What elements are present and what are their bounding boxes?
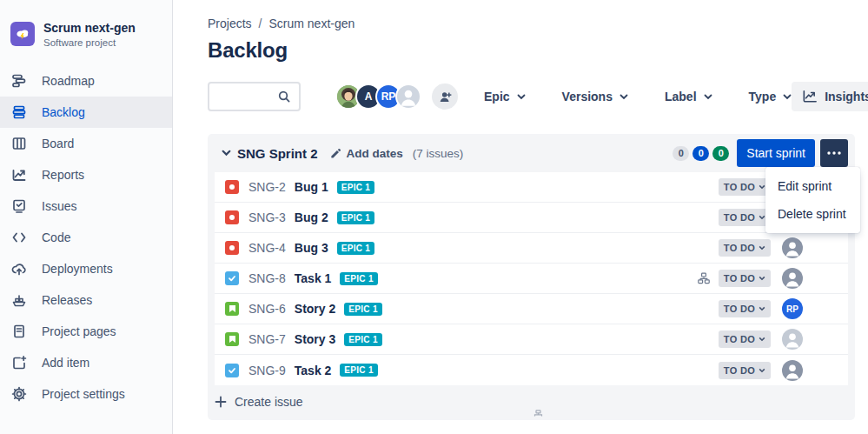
insights-button[interactable]: Insights — [792, 82, 868, 111]
add-dates-button[interactable]: Add dates — [330, 147, 403, 160]
assignee-avatar[interactable] — [782, 268, 803, 289]
issue-title[interactable]: Task 1 — [295, 271, 332, 285]
in-progress-count-badge: 0 — [692, 146, 709, 161]
sidebar-item-label: Roadmap — [42, 74, 95, 88]
issue-key: SNG-4 — [248, 241, 286, 255]
filter-type[interactable]: Type — [749, 90, 792, 103]
status-dropdown[interactable]: TO DO — [719, 270, 771, 287]
search-icon — [277, 90, 291, 103]
issue-row-sng-8[interactable]: SNG-8 Task 1 EPIC 1 TO DO — [215, 264, 848, 294]
status-dropdown[interactable]: TO DO — [719, 331, 771, 348]
project-sidebar: Scrum next-gen Software project Roadmap — [0, 0, 173, 434]
task-icon — [225, 271, 239, 285]
issue-row-sng-6[interactable]: SNG-6 Story 2 EPIC 1 TO DO RP — [215, 294, 848, 324]
epic-badge[interactable]: EPIC 1 — [337, 211, 374, 224]
start-sprint-button[interactable]: Start sprint — [737, 139, 815, 167]
add-item-icon — [10, 354, 28, 371]
chevron-down-icon — [759, 368, 765, 373]
menu-item-delete-sprint[interactable]: Delete sprint — [765, 200, 860, 228]
pencil-icon — [330, 148, 341, 159]
issue-key: SNG-6 — [248, 302, 286, 316]
sprint-collapse-button[interactable] — [216, 144, 235, 163]
bug-icon — [225, 241, 239, 255]
chevron-down-icon — [517, 94, 526, 100]
breadcrumb-projects-link[interactable]: Projects — [208, 17, 252, 30]
issue-title[interactable]: Bug 1 — [295, 180, 328, 194]
sidebar-item-releases[interactable]: Releases — [0, 284, 172, 316]
issue-row-sng-9[interactable]: SNG-9 Task 2 EPIC 1 TO DO — [215, 355, 848, 385]
sidebar-item-label: Board — [42, 137, 74, 150]
sprint-context-menu: Edit sprint Delete sprint — [765, 167, 860, 233]
issue-row-sng-3[interactable]: SNG-3 Bug 2 EPIC 1 TO DO — [215, 203, 848, 233]
issue-title[interactable]: Task 2 — [295, 364, 332, 377]
chevron-down-icon — [759, 337, 765, 342]
done-count-badge: 0 — [712, 146, 729, 161]
search-input[interactable] — [209, 90, 277, 103]
epic-badge[interactable]: EPIC 1 — [337, 181, 374, 194]
sidebar-item-board[interactable]: Board — [0, 128, 172, 159]
sidebar-item-reports[interactable]: Reports — [0, 159, 172, 190]
status-dropdown[interactable]: TO DO — [719, 239, 771, 257]
epic-badge[interactable]: EPIC 1 — [337, 242, 374, 255]
issue-key: SNG-2 — [248, 180, 286, 194]
status-dropdown[interactable]: TO DO — [719, 209, 771, 226]
issue-title[interactable]: Story 2 — [295, 302, 335, 316]
sidebar-item-label: Code — [42, 230, 70, 244]
filter-label[interactable]: Label — [665, 90, 712, 103]
issue-key: SNG-3 — [248, 210, 286, 224]
chevron-down-icon — [759, 245, 765, 250]
issue-title[interactable]: Story 3 — [295, 332, 335, 346]
avatar-unassigned[interactable] — [395, 83, 421, 110]
sidebar-item-project-pages[interactable]: Project pages — [0, 316, 172, 347]
assignee-avatar[interactable] — [782, 329, 803, 350]
issue-row-sng-2[interactable]: SNG-2 Bug 1 EPIC 1 TO DO — [215, 172, 848, 203]
create-issue-button[interactable]: Create issue — [208, 385, 855, 420]
status-dropdown[interactable]: TO DO — [719, 178, 771, 196]
deployments-icon — [10, 260, 28, 277]
issue-row-sng-4[interactable]: SNG-4 Bug 3 EPIC 1 TO DO — [215, 233, 848, 264]
sidebar-item-add-item[interactable]: Add item — [0, 347, 172, 378]
sprint-panel: SNG Sprint 2 Add dates (7 issues) 0 0 0 … — [208, 134, 855, 420]
sidebar-item-label: Add item — [42, 356, 89, 370]
sidebar-item-label: Reports — [42, 168, 84, 182]
epic-badge[interactable]: EPIC 1 — [344, 333, 381, 346]
sidebar-item-label: Deployments — [42, 262, 113, 276]
sidebar-item-code[interactable]: Code — [0, 222, 172, 253]
assignee-avatar[interactable] — [782, 237, 803, 258]
epic-badge[interactable]: EPIC 1 — [340, 364, 377, 377]
breadcrumb-project-link[interactable]: Scrum next-gen — [268, 17, 354, 30]
sidebar-item-deployments[interactable]: Deployments — [0, 253, 172, 284]
project-name: Scrum next-gen — [43, 21, 136, 36]
epic-badge[interactable]: EPIC 1 — [344, 303, 381, 316]
reports-icon — [10, 166, 28, 184]
sidebar-nav: Roadmap Backlog Board — [0, 65, 172, 410]
search-box[interactable] — [208, 82, 301, 111]
roadmap-icon — [10, 72, 28, 90]
sidebar-item-roadmap[interactable]: Roadmap — [0, 65, 172, 97]
assignee-avatar[interactable] — [782, 360, 803, 381]
menu-item-edit-sprint[interactable]: Edit sprint — [765, 172, 860, 200]
chevron-down-icon — [759, 276, 765, 281]
status-dropdown[interactable]: TO DO — [719, 362, 771, 379]
assignee-avatar-rp[interactable]: RP — [782, 298, 803, 319]
chevron-down-icon — [620, 94, 628, 100]
issues-icon — [10, 197, 28, 215]
story-icon — [225, 332, 239, 346]
filter-epic[interactable]: Epic — [484, 90, 526, 103]
status-dropdown[interactable]: TO DO — [719, 300, 771, 317]
sidebar-item-project-settings[interactable]: Project settings — [0, 378, 172, 410]
filter-versions[interactable]: Versions — [562, 90, 628, 103]
issue-key: SNG-7 — [248, 332, 286, 346]
issue-title[interactable]: Bug 2 — [295, 210, 328, 224]
chevron-down-icon — [759, 215, 765, 220]
add-people-button[interactable] — [432, 83, 458, 110]
sprint-more-button[interactable] — [820, 139, 848, 167]
issue-title[interactable]: Bug 3 — [295, 241, 328, 255]
epic-badge[interactable]: EPIC 1 — [340, 272, 377, 285]
issue-row-sng-7[interactable]: SNG-7 Story 3 EPIC 1 TO DO — [215, 324, 848, 355]
chevron-down-icon — [759, 184, 765, 190]
sidebar-item-backlog[interactable]: Backlog — [0, 97, 172, 128]
project-title-block: Scrum next-gen Software project — [43, 21, 136, 48]
sidebar-item-issues[interactable]: Issues — [0, 190, 172, 222]
todo-count-badge: 0 — [673, 146, 689, 161]
